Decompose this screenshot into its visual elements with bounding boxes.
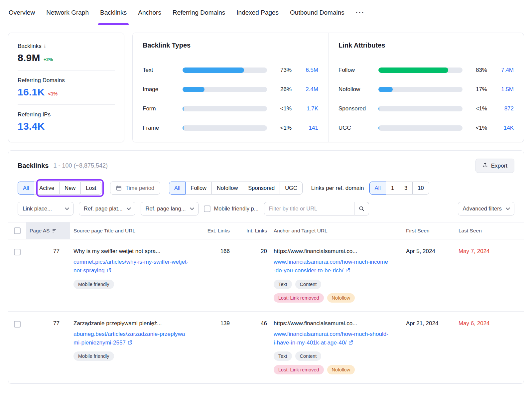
referring-domains-metric-value[interactable]: 16.1K: [18, 86, 45, 98]
tab-referring-domains[interactable]: Referring Domains: [173, 0, 225, 25]
column-header-source[interactable]: Source page Title and URL: [70, 222, 200, 239]
bar-label: Sponsored: [338, 105, 373, 112]
nofollow-count-link[interactable]: 1.5M: [492, 86, 514, 93]
mobile-friendly-filter[interactable]: Mobile friendly p...: [204, 205, 259, 212]
column-header-page-as[interactable]: Page AS: [26, 222, 70, 239]
more-tabs-icon[interactable]: ···: [356, 0, 365, 25]
tab-overview[interactable]: Overview: [9, 0, 35, 25]
divider: [18, 104, 115, 105]
column-header-last-seen[interactable]: Last Seen: [455, 222, 502, 239]
page-as-header-label: Page AS: [30, 228, 50, 234]
referring-domains-metric-label: Referring Domains: [18, 77, 65, 84]
bar-label: Follow: [338, 67, 373, 73]
links-per-domain-10[interactable]: 10: [412, 182, 429, 195]
chevron-down-icon: [190, 206, 194, 210]
ext-links-value: 166: [200, 248, 233, 255]
chevron-down-icon: [65, 206, 69, 210]
bar-row-frame: Frame <1% 141: [143, 125, 318, 131]
target-url-link[interactable]: www.financialsamurai.com/how-much-should…: [274, 331, 388, 346]
tab-network-graph[interactable]: Network Graph: [46, 0, 89, 25]
bar-label: Image: [143, 86, 177, 93]
backlinks-metric-value: 8.9M: [18, 52, 40, 64]
form-count-link[interactable]: 1.7K: [297, 105, 318, 112]
summary-card: Backlinks i 8.9M +2% Referring Domains 1…: [8, 33, 124, 142]
sponsored-count-link[interactable]: 872: [492, 105, 514, 112]
links-per-domain-3[interactable]: 3: [399, 182, 413, 195]
bar-label: Nofollow: [338, 86, 373, 93]
tab-anchors[interactable]: Anchors: [138, 0, 161, 25]
nofollow-bar: [378, 87, 463, 92]
status-filter-new[interactable]: New: [59, 182, 81, 195]
ext-links-value: 139: [200, 320, 233, 327]
int-links-value: 20: [233, 248, 270, 255]
bar-row-nofollow: Nofollow 17% 1.5M: [338, 86, 514, 93]
external-link-icon[interactable]: [107, 268, 111, 273]
links-per-domain-1[interactable]: 1: [386, 182, 399, 195]
time-period-button[interactable]: Time period: [110, 182, 160, 195]
tab-indexed-pages[interactable]: Indexed Pages: [236, 0, 279, 25]
bar-row-form: Form <1% 1.7K: [143, 105, 318, 112]
text-count-link[interactable]: 6.5M: [297, 67, 318, 73]
chevron-down-icon: [127, 206, 131, 210]
form-bar: [183, 106, 267, 111]
filter-row-secondary: Link place... Ref. page plat... Ref. pag…: [8, 200, 524, 215]
tab-outbound-domains[interactable]: Outbound Domains: [290, 0, 344, 25]
column-header-int-links[interactable]: Int. Links: [233, 222, 270, 239]
follow-filter-nofollow[interactable]: Nofollow: [211, 182, 243, 195]
bar-label: Frame: [143, 125, 177, 131]
search-button[interactable]: [354, 202, 369, 215]
row-checkbox[interactable]: [14, 321, 21, 328]
referring-ips-metric-value[interactable]: 13.4K: [18, 121, 45, 132]
last-seen-date: May 6, 2024: [455, 320, 502, 327]
bar-percent: 83%: [468, 67, 487, 73]
source-page-url-link[interactable]: cummet.pics/articles/why-is-my-swiffer-w…: [73, 259, 188, 274]
follow-filter-ugc[interactable]: UGC: [280, 182, 303, 195]
select-all-checkbox[interactable]: [14, 227, 21, 234]
links-per-domain-all[interactable]: All: [369, 182, 386, 195]
sort-icon: [52, 228, 57, 233]
top-navigation: Overview Network Graph Backlinks Anchors…: [0, 0, 532, 25]
bar-percent: <1%: [272, 125, 292, 131]
column-header-anchor[interactable]: Anchor and Target URL: [270, 222, 403, 239]
title-url-filter-input[interactable]: [264, 202, 354, 215]
first-seen-date: Apr 21, 2024: [403, 320, 455, 327]
follow-filter-sponsored[interactable]: Sponsored: [243, 182, 280, 195]
status-filter-active[interactable]: Active: [34, 182, 60, 195]
table-row: 77 Why is my swiffer wetjet not spra... …: [8, 239, 524, 312]
bar-label: Text: [143, 67, 177, 73]
external-link-icon[interactable]: [128, 340, 132, 345]
mobile-friendly-checkbox[interactable]: [204, 205, 210, 212]
export-icon: [482, 162, 488, 169]
tab-backlinks[interactable]: Backlinks: [100, 0, 127, 25]
bar-label: UGC: [338, 125, 373, 131]
nofollow-badge: Nofollow: [327, 293, 355, 303]
column-header-first-seen[interactable]: First Seen: [403, 222, 455, 239]
image-bar: [183, 87, 267, 92]
row-checkbox[interactable]: [14, 249, 21, 255]
follow-filter-group: All Follow Nofollow Sponsored UGC: [169, 182, 303, 195]
follow-filter-follow[interactable]: Follow: [185, 182, 212, 195]
status-filter-lost[interactable]: Lost: [80, 182, 101, 195]
external-link-icon[interactable]: [345, 268, 350, 273]
links-per-domain-control: Links per ref. domain All 1 3 10: [311, 182, 429, 195]
column-header-ext-links[interactable]: Ext. Links: [200, 222, 233, 239]
link-placement-dropdown[interactable]: Link place...: [18, 202, 73, 215]
status-filter-all[interactable]: All: [18, 182, 34, 195]
advanced-filters-dropdown[interactable]: Advanced filters: [458, 202, 514, 215]
backlinks-metric-delta: +2%: [44, 57, 53, 62]
mobile-friendly-badge: Mobile friendly: [73, 351, 114, 361]
frame-count-link[interactable]: 141: [297, 125, 318, 131]
bar-percent: 26%: [272, 86, 292, 93]
export-button[interactable]: Export: [475, 159, 514, 173]
ref-page-language-dropdown[interactable]: Ref. page lang...: [141, 202, 199, 215]
int-links-value: 46: [233, 320, 270, 327]
ref-page-platform-dropdown[interactable]: Ref. page plat...: [79, 202, 135, 215]
info-icon[interactable]: i: [44, 44, 46, 49]
external-link-icon[interactable]: [348, 340, 353, 345]
ugc-count-link[interactable]: 14K: [492, 125, 514, 131]
image-count-link[interactable]: 2.4M: [297, 86, 318, 93]
follow-count-link[interactable]: 7.4M: [492, 67, 514, 73]
links-per-domain-group: All 1 3 10: [369, 182, 429, 195]
target-url-link[interactable]: www.financialsamurai.com/how-much-income…: [274, 259, 388, 274]
follow-filter-all[interactable]: All: [169, 182, 186, 195]
